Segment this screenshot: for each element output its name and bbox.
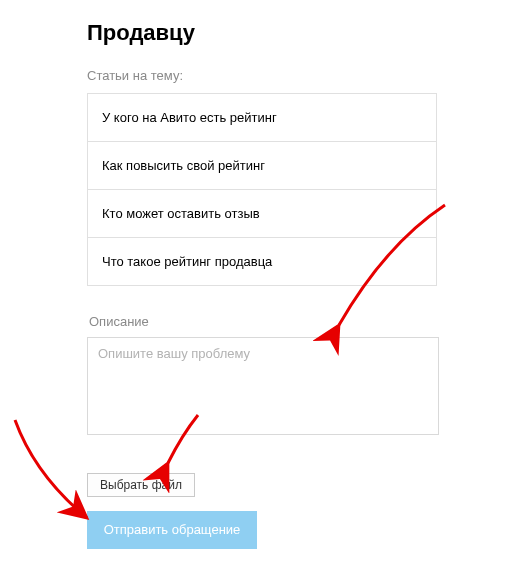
submit-button[interactable]: Отправить обращение xyxy=(87,511,257,549)
article-item[interactable]: Кто может оставить отзыв xyxy=(88,190,436,238)
description-label: Описание xyxy=(89,314,437,329)
page-title: Продавцу xyxy=(87,20,437,46)
articles-section-label: Статьи на тему: xyxy=(87,68,437,83)
description-textarea[interactable] xyxy=(87,337,439,435)
article-item[interactable]: Что такое рейтинг продавца xyxy=(88,238,436,285)
article-item[interactable]: Как повысить свой рейтинг xyxy=(88,142,436,190)
choose-file-button[interactable]: Выбрать файл xyxy=(87,473,195,497)
article-item[interactable]: У кого на Авито есть рейтинг xyxy=(88,94,436,142)
article-list: У кого на Авито есть рейтинг Как повысит… xyxy=(87,93,437,286)
